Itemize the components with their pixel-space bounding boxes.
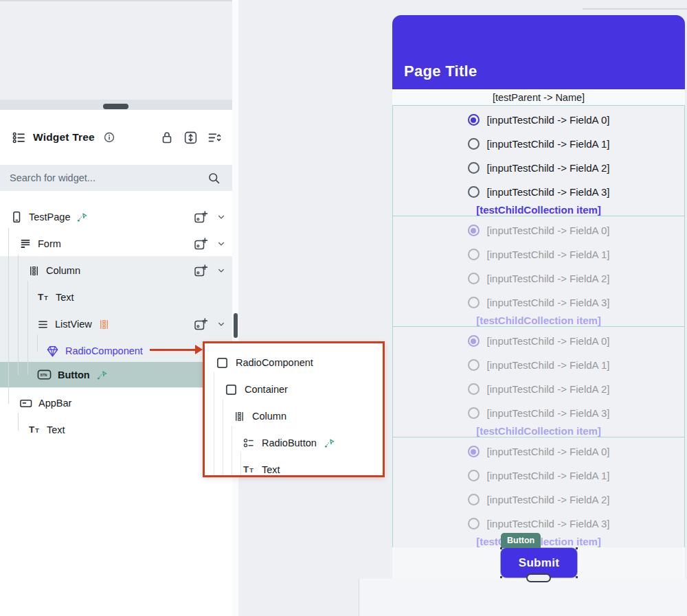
radio-option-label: [inputTestChild -> FieldA 1] (487, 470, 610, 481)
radio-unselected-icon[interactable] (468, 162, 480, 174)
radio-option[interactable]: [inputTestChild -> FieldA 2] (393, 377, 684, 401)
indent-guide (240, 452, 241, 475)
indent-guide (232, 426, 232, 475)
radio-option[interactable]: [inputTestChild -> FieldA 3] (393, 512, 684, 536)
add-widget-button[interactable] (194, 317, 207, 331)
radio-option[interactable]: [inputTestChild -> FieldA 1] (393, 242, 684, 266)
radio-option[interactable]: [inputTestChild -> FieldA 2] (393, 266, 684, 290)
radio-option[interactable]: [inputTestChild -> FieldA 2] (393, 488, 684, 512)
radio-option-label: [inputTestChild -> FieldA 2] (487, 383, 610, 395)
radio-unselected-icon[interactable] (468, 518, 480, 529)
parent-binding-text: [testParent -> Name] (392, 92, 685, 103)
tree-item-text[interactable]: TTText (0, 418, 232, 442)
radio-option-label: [inputTestChild -> FieldA 3] (487, 297, 610, 308)
column-icon (234, 411, 245, 422)
popup-item-container[interactable]: Container (225, 380, 288, 399)
page-title: Page Title (404, 62, 477, 80)
tree-item-column[interactable]: Column (0, 259, 232, 282)
radio-option[interactable]: [inputTestChild -> FieldA 3] (393, 401, 684, 425)
radio-unselected-icon[interactable] (468, 383, 480, 395)
radio-unselected-icon[interactable] (468, 186, 480, 198)
add-widget-button[interactable] (194, 210, 207, 224)
popup-item-label: Column (252, 411, 286, 422)
radio-group-0: [inputTestChild -> FieldA 0][inputTestCh… (392, 105, 685, 216)
tree-item-form[interactable]: Form (0, 232, 232, 255)
radio-option[interactable]: [inputTestChild -> FieldA 0] (393, 218, 684, 242)
svg-text:T: T (44, 295, 48, 301)
radio-option-label: [inputTestChild -> FieldA 1] (487, 359, 610, 371)
search-icon (205, 169, 223, 187)
canvas-bottom-area (359, 579, 687, 616)
radio-option[interactable]: [inputTestChild -> FieldA 1] (393, 353, 684, 377)
connected-branch-icon (324, 437, 335, 449)
popup-item-radiobutton[interactable]: RadioButton (243, 433, 335, 453)
collapse-sections-icon[interactable] (205, 128, 223, 146)
selection-handle-dot[interactable] (500, 576, 502, 578)
lock-icon[interactable] (158, 128, 176, 146)
radio-option[interactable]: [inputTestChild -> FieldA 0] (393, 108, 684, 132)
connected-branch-icon (76, 212, 88, 223)
selection-handle-dot[interactable] (576, 547, 578, 549)
info-icon[interactable] (100, 128, 118, 146)
panel-scrollbar-thumb[interactable] (234, 313, 238, 338)
radio-unselected-icon[interactable] (468, 470, 480, 481)
resize-handle[interactable] (526, 573, 551, 582)
radio-option[interactable]: [inputTestChild -> FieldA 3] (393, 290, 684, 315)
chevron-down-icon[interactable] (217, 266, 225, 275)
radio-option[interactable]: [inputTestChild -> FieldA 3] (393, 180, 684, 204)
svg-text:BTN: BTN (41, 374, 47, 377)
tree-item-listview[interactable]: ListView (0, 312, 232, 336)
chevron-down-icon[interactable] (217, 213, 225, 221)
radio-unselected-icon[interactable] (468, 494, 480, 505)
radio-unselected-icon[interactable] (468, 273, 480, 284)
radio-selected-icon[interactable] (468, 335, 480, 347)
radio-selected-icon[interactable] (468, 446, 480, 457)
tree-item-label: RadioComponent (65, 345, 143, 356)
column-icon (28, 265, 40, 277)
radio-unselected-icon[interactable] (468, 138, 480, 150)
add-widget-button[interactable] (194, 237, 207, 251)
radio-selected-icon[interactable] (468, 225, 480, 236)
tree-item-testpage[interactable]: TestPage (0, 205, 232, 229)
radio-option[interactable]: [inputTestChild -> FieldA 2] (393, 156, 684, 180)
square-icon (216, 356, 229, 369)
search-input[interactable] (10, 172, 205, 183)
panel-drag-handle[interactable] (103, 104, 128, 109)
popup-item-label: Text (262, 464, 280, 475)
radio-selected-icon[interactable] (468, 114, 480, 126)
radio-option[interactable]: [inputTestChild -> FieldA 0] (393, 440, 684, 464)
popup-item-text[interactable]: TTText (243, 460, 280, 479)
button-icon: BTN (37, 368, 52, 383)
radio-option[interactable]: [inputTestChild -> FieldA 1] (393, 464, 684, 488)
component-structure-popup: RadioComponentContainerColumnRadioButton… (203, 341, 385, 477)
tree-item-label: Form (38, 238, 61, 249)
radio-option[interactable]: [inputTestChild -> FieldA 1] (393, 132, 684, 156)
popup-item-radiocomponent[interactable]: RadioComponent (216, 353, 313, 372)
tree-item-button[interactable]: BTNButton (0, 363, 232, 387)
radio-unselected-icon[interactable] (468, 359, 480, 371)
square-icon (225, 383, 238, 396)
chevron-down-icon[interactable] (217, 320, 225, 328)
radio-unselected-icon[interactable] (468, 249, 480, 260)
tree-item-text[interactable]: TTText (0, 286, 232, 309)
radio-group-1: [inputTestChild -> FieldA 0][inputTestCh… (392, 216, 685, 327)
radio-option-label: [inputTestChild -> FieldA 3] (487, 186, 610, 198)
popup-item-column[interactable]: Column (234, 407, 286, 426)
tree-item-label: TestPage (29, 212, 70, 223)
chevron-down-icon[interactable] (217, 240, 225, 248)
radio-unselected-icon[interactable] (468, 297, 480, 308)
resize-vertical-icon[interactable] (181, 128, 199, 146)
radio-option[interactable]: [inputTestChild -> FieldA 0] (393, 329, 684, 353)
selection-handle-dot[interactable] (576, 576, 578, 578)
tree-item-label: AppBar (38, 398, 71, 409)
preview-appbar[interactable]: Page Title (392, 15, 685, 89)
radio-group-2: [inputTestChild -> FieldA 0][inputTestCh… (392, 326, 685, 437)
panel-scrollbar-track[interactable] (232, 0, 238, 616)
selection-handle-dot[interactable] (500, 547, 502, 549)
selection-tooltip: Button (501, 533, 541, 548)
tree-item-appbar[interactable]: AppBar (0, 391, 232, 415)
add-widget-button[interactable] (194, 264, 207, 277)
radio-option-label: [inputTestChild -> FieldA 1] (487, 249, 610, 260)
radio-unselected-icon[interactable] (468, 407, 480, 419)
listview-icon (37, 319, 49, 330)
